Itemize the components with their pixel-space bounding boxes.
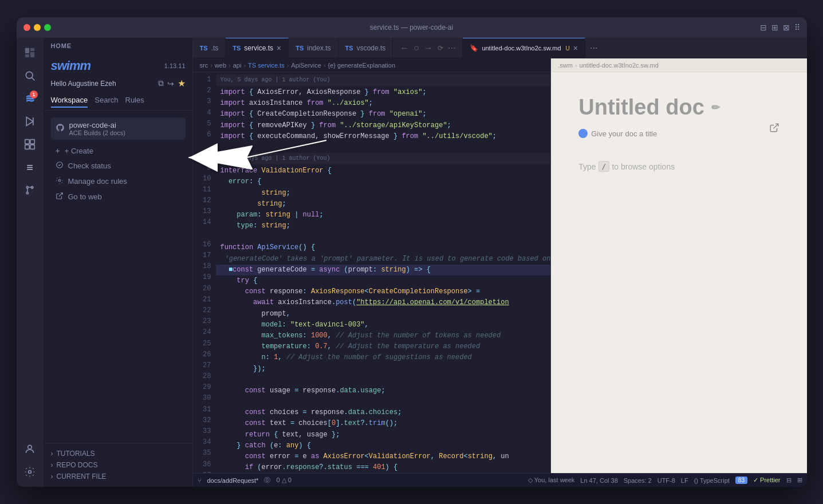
tab-untitled-doc[interactable]: 🔖 untitled-doc.w3tIno2c.sw.md U × [463, 38, 585, 58]
git-blame-2: You, 5 days ago | 1 author (You) [216, 153, 551, 164]
doc-editor: .swm › untitled-doc.w3tIno2c.sw.md Untit… [551, 58, 806, 473]
svg-marker-6 [26, 117, 33, 126]
check-status-action[interactable]: Check status [51, 158, 186, 174]
search-activity-icon[interactable] [19, 65, 40, 86]
tab-label-3: index.ts [307, 44, 330, 52]
browse-hint-text: to browse options [612, 162, 675, 171]
svg-point-18 [58, 179, 61, 182]
minimize-button[interactable] [34, 24, 41, 31]
svg-point-16 [29, 471, 31, 474]
svg-point-4 [26, 72, 33, 78]
broadcast-icon[interactable]: ⊞ [797, 477, 802, 484]
spaces-info[interactable]: Spaces: 2 [624, 477, 652, 484]
layout-icon-2[interactable]: ⊞ [771, 23, 778, 32]
code-line-5: import { executeCommand, showErrorMessag… [216, 131, 551, 142]
svg-rect-0 [25, 48, 29, 53]
code-line-23: model: "text-davinci-003", [216, 320, 551, 330]
dock-icon[interactable]: ⊟ [786, 477, 792, 484]
run-activity-icon[interactable] [19, 111, 40, 132]
language-mode[interactable]: () TypeScript [694, 477, 730, 484]
tabs-overflow[interactable]: ··· [585, 38, 602, 58]
code-line-1: import { AxiosError, AxiosResponse } fro… [216, 87, 551, 98]
workspace-name: power-code-ai [69, 121, 125, 129]
tab-rules[interactable]: Rules [125, 96, 144, 108]
tab-index-ts[interactable]: TS index.ts [289, 38, 338, 58]
manage-rules-action[interactable]: Manage doc rules [51, 174, 186, 189]
tutorials-section[interactable]: › TUTORIALS [51, 448, 186, 459]
tab-label-2: service.ts [244, 44, 273, 52]
line-ending[interactable]: LF [681, 477, 688, 484]
code-line-9: error: { [216, 176, 551, 187]
code-line-36: if (error.response?.status === 401) { [216, 462, 551, 473]
doc-tab-close[interactable]: × [573, 44, 578, 52]
doc-title-hint: Give your doc a title [578, 129, 779, 138]
account-activity-icon[interactable] [19, 439, 40, 459]
swimm-brand: swimm 1.13.11 [44, 54, 192, 76]
docs-activity-icon[interactable]: ≡ [19, 157, 40, 178]
nav-refresh[interactable]: ⟳ [438, 44, 443, 52]
code-line-18: ■const generateCode = async (prompt: str… [216, 265, 551, 275]
code-line-34: } catch (e: any) { [216, 440, 551, 451]
code-lines: You, 5 days ago | 1 author (You) import … [216, 72, 551, 473]
go-to-web-action[interactable]: Go to web [51, 189, 186, 204]
workspace-item-power-code-ai[interactable]: power-code-ai ACE Builds (2 docs) [51, 117, 186, 140]
tab-workspace[interactable]: Workspace [51, 96, 88, 108]
nav-more[interactable]: ··· [448, 43, 455, 53]
current-file-section[interactable]: › CURRENT FILE [51, 471, 186, 482]
status-bar: ⑂ docs/addRequest* ⓪ 0 △ 0 ◇ You, last w… [193, 473, 807, 487]
repo-docs-section[interactable]: › REPO DOCS [51, 459, 186, 471]
swimm-badge: 1 [30, 90, 38, 99]
git-icon-status: ⑂ [198, 477, 202, 484]
create-action[interactable]: + + Create [51, 143, 186, 158]
layout-icon-3[interactable]: ⊠ [783, 23, 790, 32]
tab-lang-3: TS [296, 45, 304, 52]
tab-vscode-ts[interactable]: TS vscode.ts [338, 38, 393, 58]
code-line-19: try { [216, 275, 551, 286]
layout-icon-4[interactable]: ⠿ [794, 23, 800, 32]
code-editor: src › web › api › TS service.ts › ApiSer… [193, 58, 552, 473]
repo-docs-label: REPO DOCS [57, 461, 98, 469]
code-line-2: import axiosInstance from "../axios"; [216, 98, 551, 109]
encoding-info[interactable]: UTF-8 [657, 477, 675, 484]
edit-title-icon[interactable]: ✏ [711, 101, 720, 114]
code-line-32: const text = choices[0].text?.trim(); [216, 418, 551, 429]
svg-point-15 [28, 445, 32, 449]
sidebar: HOME swimm 1.13.11 Hello Augustine Ezeh … [44, 38, 193, 487]
tabs-bar: TS .ts TS service.ts × TS index.ts TS vs… [193, 38, 807, 58]
tab-service-ts[interactable]: TS service.ts × [226, 38, 289, 58]
tab-close-2[interactable]: × [277, 44, 281, 52]
external-link-icon[interactable] [769, 123, 779, 136]
close-button[interactable] [23, 24, 30, 31]
code-line-6 [216, 142, 551, 153]
window-icon[interactable]: ⧉ [158, 78, 164, 88]
bc-web: web [215, 62, 226, 69]
code-content[interactable]: 12345 6 89 1011121314 16171819 202122232… [193, 72, 551, 473]
tab-ts-file[interactable]: TS .ts [193, 38, 226, 58]
nav-back[interactable]: ← [400, 43, 409, 53]
tab-label-4: vscode.ts [357, 44, 386, 52]
prettier-status[interactable]: ✓ Prettier [753, 477, 781, 484]
ts-badge: 83 [735, 477, 747, 484]
bc-apiservice: ApiService [291, 62, 321, 69]
swimm-activity-icon[interactable]: ≋ 1 [19, 88, 40, 109]
settings-activity-icon[interactable] [19, 462, 40, 482]
nav-forward[interactable]: → [424, 43, 433, 53]
layout-icon-1[interactable]: ⊟ [760, 23, 767, 32]
tab-search[interactable]: Search [94, 96, 118, 108]
code-line-27: }); [216, 364, 551, 375]
extensions-activity-icon[interactable] [19, 134, 40, 155]
tab-lang-4: TS [345, 45, 353, 52]
cursor-position[interactable]: Ln 47, Col 38 [580, 477, 617, 484]
git-branch[interactable]: docs/addRequest* [207, 477, 259, 484]
doc-content[interactable]: Untitled doc ✏ Give your doc a title Typ… [551, 72, 806, 473]
doc-tab-bookmark: 🔖 [470, 44, 478, 52]
type-text: Type [578, 162, 596, 171]
doc-type-hint[interactable]: Type / to browse options [578, 161, 779, 172]
git-activity-icon[interactable] [19, 180, 40, 200]
create-label: + Create [65, 147, 93, 155]
code-line-8: interface ValidationError { [216, 166, 551, 176]
exit-icon[interactable]: ↪ [167, 79, 174, 88]
slash-command[interactable]: / [598, 161, 610, 172]
explorer-activity-icon[interactable] [19, 42, 40, 63]
maximize-button[interactable] [44, 24, 51, 31]
